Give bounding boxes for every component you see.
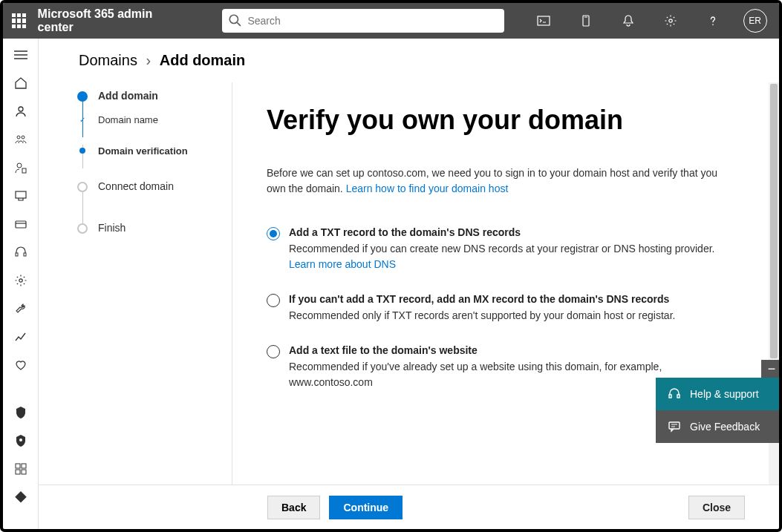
svg-point-0: [230, 15, 238, 23]
close-button[interactable]: Close: [688, 496, 745, 519]
headset-icon: [668, 387, 681, 401]
devices-icon[interactable]: [13, 188, 28, 203]
svg-rect-17: [24, 253, 26, 256]
option-title: If you can't add a TXT record, add an MX…: [289, 293, 727, 305]
shell-console-icon[interactable]: [528, 4, 558, 37]
wizard-substep-domain-verification[interactable]: Domain verification: [77, 134, 232, 167]
svg-rect-23: [22, 470, 26, 474]
svg-rect-21: [22, 464, 26, 468]
breadcrumb: Domains › Add domain: [39, 39, 779, 82]
svg-point-8: [19, 107, 23, 111]
option-description: Recommended only if TXT records aren't s…: [289, 308, 727, 324]
wizard-substep-domain-name[interactable]: ✓ Domain name: [77, 103, 232, 136]
teams-icon[interactable]: [13, 132, 28, 147]
left-nav-rail: [3, 39, 39, 529]
svg-point-9: [17, 136, 20, 139]
breadcrumb-current: Add domain: [160, 52, 246, 68]
learn-domain-host-link[interactable]: Learn how to find your domain host: [346, 183, 509, 194]
roles-icon[interactable]: [13, 160, 28, 175]
search-input[interactable]: [222, 9, 504, 33]
user-icon[interactable]: [13, 104, 28, 119]
avatar-initials: ER: [743, 9, 767, 33]
security-shield-icon[interactable]: [13, 405, 28, 420]
help-support-button[interactable]: Help & support: [656, 378, 779, 410]
option-description: Recommended if you can create new DNS re…: [289, 241, 727, 272]
svg-rect-27: [669, 422, 680, 429]
notifications-icon[interactable]: [613, 4, 643, 37]
help-icon[interactable]: [697, 4, 728, 37]
svg-rect-24: [15, 491, 27, 503]
wizard-footer: Back Continue Close: [39, 485, 779, 529]
radio-txt-record[interactable]: [267, 227, 280, 240]
top-bar: Microsoft 365 admin center ER: [3, 3, 779, 39]
breadcrumb-parent[interactable]: Domains: [79, 52, 137, 68]
give-feedback-button[interactable]: Give Feedback: [656, 410, 779, 443]
radio-mx-record[interactable]: [267, 294, 280, 307]
account-avatar[interactable]: ER: [740, 4, 770, 37]
help-feedback-panel: − Help & support Give Feedback: [656, 360, 779, 443]
chevron-right-icon: ›: [146, 52, 151, 68]
app-title: Microsoft 365 admin center: [38, 7, 181, 34]
option-title: Add a text file to the domain's website: [289, 344, 727, 356]
learn-dns-link[interactable]: Learn more about DNS: [289, 258, 396, 270]
option-txt-record[interactable]: Add a TXT record to the domain's DNS rec…: [267, 226, 727, 272]
health-heart-icon[interactable]: [13, 358, 28, 372]
continue-button[interactable]: Continue: [329, 496, 403, 519]
page-title: Verify you own your domain: [267, 105, 745, 136]
option-title: Add a TXT record to the domain's DNS rec…: [289, 226, 727, 238]
svg-rect-25: [669, 395, 671, 398]
option-mx-record[interactable]: If you can't add a TXT record, add an MX…: [267, 293, 727, 324]
svg-rect-16: [16, 253, 18, 256]
radio-text-file[interactable]: [267, 345, 280, 358]
mobile-icon[interactable]: [570, 4, 601, 37]
settings-gear-icon[interactable]: [655, 4, 685, 37]
app-launcher-icon[interactable]: [12, 13, 26, 28]
svg-rect-2: [538, 16, 550, 25]
wizard-step-finish[interactable]: Finish: [77, 222, 232, 263]
search-icon: [228, 13, 241, 27]
settings-gear-icon[interactable]: [13, 273, 28, 288]
svg-point-11: [17, 163, 22, 168]
wizard-steps: Add domain ✓ Domain name Domain verifica…: [39, 82, 232, 485]
search-box[interactable]: [222, 9, 504, 33]
billing-icon[interactable]: [13, 217, 28, 231]
wizard-step-connect-domain[interactable]: Connect domain: [77, 180, 232, 222]
minimize-icon[interactable]: −: [761, 360, 779, 378]
svg-point-18: [19, 279, 22, 282]
chat-icon: [668, 420, 681, 433]
admin-diamond-icon[interactable]: [13, 490, 28, 505]
svg-rect-22: [16, 470, 20, 474]
setup-wrench-icon[interactable]: [13, 301, 28, 316]
compliance-shield-icon[interactable]: [13, 433, 28, 448]
home-icon[interactable]: [13, 76, 28, 91]
svg-rect-14: [16, 221, 26, 228]
main-panel: Verify you own your domain Before we can…: [232, 82, 779, 485]
svg-rect-12: [22, 168, 26, 173]
svg-rect-26: [677, 395, 680, 398]
svg-rect-20: [16, 464, 20, 468]
svg-rect-13: [16, 191, 26, 198]
reports-chart-icon[interactable]: [13, 329, 28, 344]
check-icon: ✓: [77, 116, 88, 124]
apps-icon[interactable]: [13, 462, 28, 476]
page-description: Before we can set up contoso.com, we nee…: [267, 165, 727, 197]
svg-point-19: [19, 439, 22, 441]
support-headset-icon[interactable]: [13, 245, 28, 260]
content-area: Domains › Add domain Add domain ✓ Domain…: [39, 39, 779, 529]
svg-line-1: [238, 22, 241, 26]
svg-point-4: [668, 19, 671, 22]
back-button[interactable]: Back: [267, 496, 320, 519]
hamburger-icon[interactable]: [13, 47, 28, 62]
svg-point-10: [22, 136, 25, 139]
